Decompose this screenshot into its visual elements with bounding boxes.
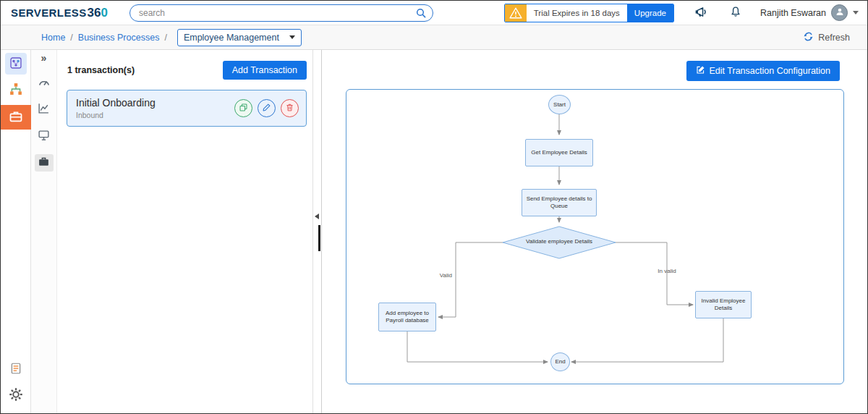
avatar <box>831 4 848 21</box>
logo-number: 36 <box>88 6 101 20</box>
sidebar-secondary: » <box>31 50 57 413</box>
breadcrumb: Home / Business Processes / Employee Man… <box>1 25 867 50</box>
select-caret-icon <box>289 35 295 39</box>
edge-label-valid: Valid <box>432 272 452 279</box>
briefcase-icon <box>38 156 50 170</box>
flow-node-decision: Validate employee Details <box>501 238 617 245</box>
delete-button[interactable] <box>281 99 299 117</box>
trial-banner: Trial Expires in 18 days Upgrade <box>504 4 674 22</box>
expand-panel-button[interactable]: » <box>38 51 50 64</box>
gear-icon <box>9 387 23 404</box>
bell-icon <box>730 6 741 20</box>
search-box <box>129 4 433 22</box>
flow-node-add-to-payroll: Add employee to Payroll database <box>378 303 436 331</box>
body: » <box>1 50 867 413</box>
briefcase-icon <box>9 109 23 126</box>
collapse-panel-icon[interactable] <box>315 214 319 219</box>
edit-square-icon <box>696 65 705 77</box>
process-select-value: Employee Management <box>184 33 279 43</box>
flow-node-get-employee-details: Get Employee Details <box>525 139 593 166</box>
caret-down-icon <box>853 11 859 14</box>
integration-icon <box>9 56 22 72</box>
clipboard-icon <box>9 362 22 377</box>
sidebar-item-business-processes[interactable] <box>1 105 31 130</box>
breadcrumb-home-link[interactable]: Home <box>41 33 65 43</box>
user-name: Ranjith Eswaran <box>760 8 826 18</box>
transaction-subtitle: Inbound <box>76 111 156 119</box>
upgrade-button[interactable]: Upgrade <box>627 4 673 22</box>
refresh-button[interactable]: Refresh <box>803 31 850 44</box>
search-icon <box>415 7 427 22</box>
sidebar-item-analytics[interactable] <box>35 101 54 118</box>
sidebar-item-integrations[interactable] <box>5 53 27 75</box>
refresh-icon <box>803 31 814 44</box>
trial-text: Trial Expires in 18 days <box>527 4 627 22</box>
warning-icon <box>505 4 527 22</box>
megaphone-icon <box>694 6 708 20</box>
scrollbar-thumb[interactable] <box>318 225 320 251</box>
hierarchy-icon <box>9 83 22 98</box>
app-window: SERVERLESS360 Trial Expires in 18 days U… <box>0 0 868 414</box>
monitor-icon <box>38 130 50 143</box>
panel-resize-divider <box>313 50 322 413</box>
panel-header: 1 transaction(s) Add Transaction <box>57 50 312 80</box>
flow-node-start: Start <box>548 95 571 114</box>
sidebar-primary <box>1 50 31 413</box>
refresh-label: Refresh <box>818 33 850 43</box>
flow-canvas: Start Get Employee Details Send Employee… <box>346 89 844 384</box>
flow-node-send-to-queue: Send Employee details to Queue <box>522 189 597 216</box>
notifications-button[interactable] <box>728 4 743 22</box>
trash-icon <box>285 102 294 115</box>
flow-connectors <box>346 90 845 385</box>
logo-text: SERVERLESS <box>11 7 87 19</box>
transaction-count: 1 transaction(s) <box>67 65 135 75</box>
search-input[interactable] <box>129 4 433 22</box>
copy-button[interactable] <box>234 99 252 117</box>
edit-icon <box>262 102 271 115</box>
process-select[interactable]: Employee Management <box>177 29 302 46</box>
main-area: Edit Transaction Configuration <box>322 50 867 413</box>
transaction-card-text: Initial Onboarding Inbound <box>76 97 156 119</box>
sidebar-item-settings[interactable] <box>5 384 27 406</box>
announcements-button[interactable] <box>693 4 710 22</box>
transaction-card[interactable]: Initial Onboarding Inbound <box>67 90 307 127</box>
transaction-actions <box>234 99 299 117</box>
add-transaction-button[interactable]: Add Transaction <box>223 61 307 80</box>
sidebar-item-activity-log[interactable] <box>5 358 27 380</box>
breadcrumb-separator: / <box>70 33 72 43</box>
chevron-double-right-icon: » <box>41 52 47 64</box>
logo-zero: 0 <box>101 6 108 20</box>
transactions-panel: 1 transaction(s) Add Transaction Initial… <box>57 50 313 413</box>
transaction-title: Initial Onboarding <box>76 97 156 109</box>
copy-icon <box>239 102 248 115</box>
flow-node-end: End <box>550 352 570 371</box>
flow-node-invalid-details: Invalid Employee Details <box>695 291 752 318</box>
chart-icon <box>38 102 50 117</box>
edit-button[interactable] <box>258 99 276 117</box>
topbar: SERVERLESS360 Trial Expires in 18 days U… <box>1 1 867 25</box>
sidebar-item-monitoring[interactable] <box>35 127 54 145</box>
breadcrumb-separator: / <box>164 33 166 43</box>
sidebar-item-resource-map[interactable] <box>5 79 27 101</box>
user-menu[interactable]: Ranjith Eswaran <box>760 4 859 21</box>
sidebar-item-dashboard[interactable] <box>35 74 54 91</box>
person-icon <box>835 7 845 20</box>
edge-label-invalid: In valid <box>650 268 684 274</box>
gauge-icon <box>38 76 51 90</box>
edit-config-button[interactable]: Edit Transaction Configuration <box>686 61 840 81</box>
edit-config-label: Edit Transaction Configuration <box>710 66 830 76</box>
breadcrumb-business-processes-link[interactable]: Business Processes <box>78 33 160 43</box>
logo: SERVERLESS360 <box>11 6 121 20</box>
sidebar-item-transactions[interactable] <box>35 154 54 172</box>
